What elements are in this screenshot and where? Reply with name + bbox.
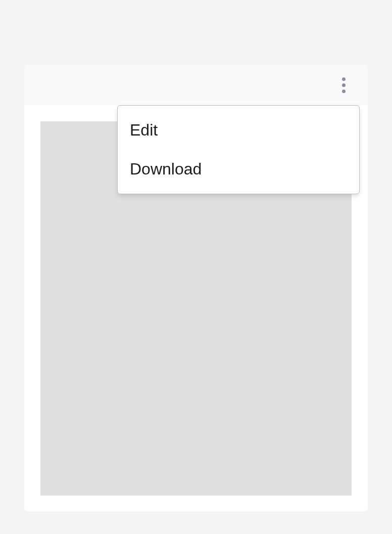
- menu-item-edit[interactable]: Edit: [118, 111, 359, 150]
- more-options-button[interactable]: [333, 75, 354, 95]
- more-vertical-icon: [342, 77, 346, 93]
- menu-item-download[interactable]: Download: [118, 150, 359, 189]
- card-header: [24, 65, 368, 105]
- dropdown-menu: Edit Download: [117, 105, 360, 194]
